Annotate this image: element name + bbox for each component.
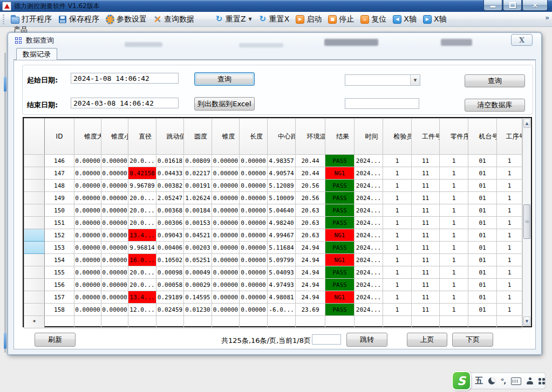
cell-runout[interactable]: 0.00382 bbox=[156, 180, 184, 192]
cell-diameter[interactable] bbox=[128, 316, 156, 328]
cell-roundness[interactable]: 0.00029 bbox=[184, 279, 212, 291]
cell-runout[interactable]: 0.01618 bbox=[156, 155, 184, 167]
cell-time[interactable]: 2024... bbox=[355, 167, 383, 180]
cell-center-distance[interactable]: 4.97493 bbox=[268, 279, 296, 291]
cell-cone-big-diameter[interactable]: 0.00000 bbox=[74, 279, 101, 291]
keyboard-icon[interactable] bbox=[511, 377, 521, 385]
cell-process-no[interactable]: 1 bbox=[497, 204, 522, 217]
cell-inspector[interactable]: 1 bbox=[383, 229, 412, 242]
cell-id[interactable]: 153 bbox=[45, 242, 74, 254]
row-selector[interactable] bbox=[24, 291, 45, 304]
cell-env-temperature[interactable]: 20.56 bbox=[296, 180, 325, 192]
cell-runout[interactable]: 0.04433 bbox=[156, 167, 184, 180]
cell-runout[interactable]: 0.29189 bbox=[156, 291, 184, 304]
toolbar-x-axis-right[interactable]: ▶ X轴 bbox=[420, 13, 450, 26]
scrollbar-thumb[interactable] bbox=[523, 204, 530, 239]
dialog-close-button[interactable]: X bbox=[511, 34, 533, 46]
cell-diameter[interactable]: 20.0... bbox=[128, 204, 156, 217]
cell-part-seq-no[interactable]: 1 bbox=[440, 204, 468, 217]
cell-part-seq-no[interactable]: 1 bbox=[440, 254, 468, 266]
cell-time[interactable]: 2024... bbox=[355, 304, 383, 316]
table-corner[interactable] bbox=[24, 119, 45, 155]
toolbar-reset-x[interactable]: ↻ 重置X bbox=[255, 13, 293, 26]
cell-cone-big-diameter[interactable]: 0.00000 bbox=[74, 192, 101, 204]
cell-taper[interactable]: 0.00000 bbox=[212, 254, 240, 266]
cell-time[interactable]: 2024... bbox=[355, 291, 383, 304]
cell-machine-no[interactable]: 01 bbox=[468, 266, 497, 279]
cell-taper[interactable]: 0.00000 bbox=[212, 167, 240, 180]
cell-part-seq-no[interactable]: 1 bbox=[440, 229, 468, 242]
cell-result[interactable]: PASS bbox=[325, 304, 355, 316]
col-header-id[interactable]: ID bbox=[45, 119, 74, 155]
cell-cone-small-diameter[interactable]: 0.00000 bbox=[101, 204, 128, 217]
cell-length[interactable]: 0.00000 bbox=[240, 242, 268, 254]
cell-center-distance[interactable]: 5.04640 bbox=[268, 204, 296, 217]
cell-cone-small-diameter[interactable]: 0.00000 bbox=[101, 304, 128, 316]
cell-diameter[interactable]: 20.0... bbox=[128, 192, 156, 204]
cell-inspector[interactable]: 1 bbox=[383, 291, 412, 304]
cell-workpiece-no[interactable]: 11 bbox=[412, 291, 440, 304]
cell-center-distance[interactable]: 4.98357 bbox=[268, 155, 296, 167]
cell-part-seq-no[interactable]: 1 bbox=[440, 266, 468, 279]
cell-center-distance[interactable]: 4.98240 bbox=[268, 217, 296, 229]
cell-env-temperature[interactable]: 23.69 bbox=[296, 304, 325, 316]
cell-process-no[interactable] bbox=[497, 316, 522, 328]
cell-env-temperature[interactable]: 24.94 bbox=[296, 279, 325, 291]
cell-process-no[interactable]: 1 bbox=[497, 279, 522, 291]
scroll-down-button[interactable]: ▼ bbox=[523, 317, 530, 326]
row-selector[interactable] bbox=[24, 254, 45, 266]
cell-part-seq-no[interactable]: 1 bbox=[440, 279, 468, 291]
cell-runout[interactable]: 0.10502 bbox=[156, 254, 184, 266]
tab-data-record[interactable]: 数据记录 bbox=[16, 48, 57, 60]
cell-diameter[interactable]: 9.96789 bbox=[128, 180, 156, 192]
cell-inspector[interactable]: 1 bbox=[383, 217, 412, 229]
cell-machine-no[interactable]: 01 bbox=[468, 291, 497, 304]
cell-length[interactable]: 0.00000 bbox=[240, 254, 268, 266]
cell-process-no[interactable]: 1 bbox=[497, 304, 522, 316]
toolbar-reset-z[interactable]: ↻ 重置Z ▼ bbox=[212, 13, 255, 26]
cell-id[interactable]: 151 bbox=[45, 217, 74, 229]
cell-id[interactable]: 146 bbox=[45, 155, 74, 167]
cell-taper[interactable] bbox=[212, 316, 240, 328]
cell-workpiece-no[interactable]: 11 bbox=[412, 279, 440, 291]
toolbar-save-program[interactable]: 保存程序 bbox=[55, 13, 103, 26]
col-header-roundness[interactable]: 圆度 bbox=[184, 119, 212, 155]
ime-logo[interactable]: S bbox=[452, 371, 471, 390]
cell-result[interactable]: NG1 bbox=[325, 167, 355, 180]
cell-id[interactable]: 154 bbox=[45, 254, 74, 266]
cell-result[interactable] bbox=[325, 316, 355, 328]
cell-machine-no[interactable]: 01 bbox=[468, 155, 497, 167]
cell-result[interactable]: NG1 bbox=[325, 291, 355, 304]
cell-cone-small-diameter[interactable]: 0.00000 bbox=[101, 266, 128, 279]
cell-part-seq-no[interactable]: 1 bbox=[440, 242, 468, 254]
end-date-input[interactable] bbox=[71, 98, 179, 108]
cell-inspector[interactable]: 1 bbox=[383, 242, 412, 254]
cell-result[interactable]: PASS bbox=[325, 155, 355, 167]
cell-runout[interactable]: 0.09043 bbox=[156, 229, 184, 242]
cell-runout[interactable]: 0.00368 bbox=[156, 204, 184, 217]
cell-time[interactable]: 2024... bbox=[355, 155, 383, 167]
col-header-diameter[interactable]: 直径 bbox=[128, 119, 156, 155]
cell-process-no[interactable]: 1 bbox=[497, 192, 522, 204]
cell-length[interactable] bbox=[240, 316, 268, 328]
ime-mode-button[interactable]: 五 bbox=[475, 376, 483, 386]
row-selector[interactable] bbox=[24, 155, 45, 167]
cell-inspector[interactable]: 1 bbox=[383, 180, 412, 192]
cell-center-distance[interactable]: 5.09799 bbox=[268, 254, 296, 266]
cell-workpiece-no[interactable]: 11 bbox=[412, 242, 440, 254]
cell-process-no[interactable]: 1 bbox=[497, 217, 522, 229]
cell-inspector[interactable] bbox=[383, 316, 412, 328]
cell-runout[interactable]: 0.02459 bbox=[156, 304, 184, 316]
cell-machine-no[interactable]: 01 bbox=[468, 279, 497, 291]
cell-part-seq-no[interactable]: 1 bbox=[440, 291, 468, 304]
cell-inspector[interactable]: 1 bbox=[383, 167, 412, 180]
row-selector[interactable] bbox=[24, 304, 45, 316]
cell-cone-small-diameter[interactable]: 0.00000 bbox=[101, 180, 128, 192]
cell-center-distance[interactable]: 5.10009 bbox=[268, 192, 296, 204]
cell-inspector[interactable]: 1 bbox=[383, 192, 412, 204]
row-selector[interactable] bbox=[24, 279, 45, 291]
cell-time[interactable]: 2024... bbox=[355, 180, 383, 192]
cell-id[interactable]: 147 bbox=[45, 167, 74, 180]
query-button-right[interactable]: 查询 bbox=[465, 74, 525, 87]
cell-workpiece-no[interactable]: 11 bbox=[412, 304, 440, 316]
